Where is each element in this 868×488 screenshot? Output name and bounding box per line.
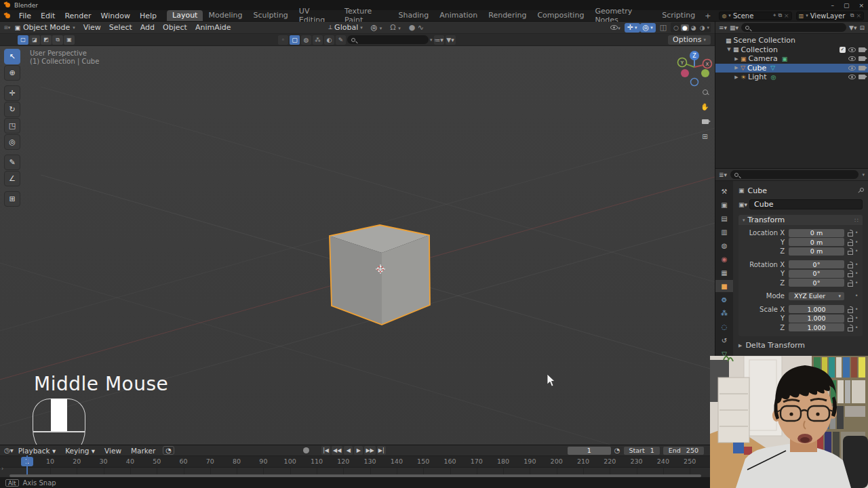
properties-options-icon[interactable]: ▾ [862, 172, 865, 178]
visibility-eye-icon[interactable] [848, 66, 856, 70]
annotate-tool[interactable]: ✎ [4, 155, 20, 170]
render-camera-icon[interactable] [859, 47, 865, 52]
outliner-options-icon[interactable]: ⊟ [859, 24, 865, 31]
workspace-tab-animation[interactable]: Animation [434, 10, 483, 21]
visibility-eye-icon[interactable] [848, 47, 856, 52]
cursor-tool[interactable]: ⊕ [4, 65, 20, 81]
checkbox-icon[interactable]: ✓ [840, 47, 846, 53]
minimize-button[interactable]: – [831, 2, 834, 9]
scale-tool[interactable]: ◳ [4, 118, 20, 134]
sidebar-toggle-icon[interactable]: ‹ [709, 58, 712, 65]
filter-search-input[interactable] [347, 35, 429, 44]
properties-tab-world[interactable]: ◉ [715, 253, 733, 265]
collapse-icon[interactable]: ▾ [430, 37, 433, 43]
ortho-grid-icon[interactable]: ⊞ [700, 131, 710, 142]
expander-icon[interactable]: ▶ [733, 56, 740, 62]
editor-type-icon[interactable]: ≡▾ [719, 24, 727, 31]
properties-tab-modifiers[interactable]: ⚙ [715, 293, 733, 306]
viewport-menu-view[interactable]: View [79, 23, 105, 32]
editor-type-icon[interactable]: ⊞▾ [4, 25, 10, 30]
select-mode-intersect[interactable]: ▣ [64, 35, 75, 45]
navigation-gizmo[interactable]: Z Y X [675, 49, 715, 88]
select-box-tool[interactable]: ↖ [4, 49, 20, 64]
menu-file[interactable]: File [14, 12, 36, 20]
outliner-row-light[interactable]: ▶☀Light◎ [715, 73, 868, 82]
record-button[interactable] [303, 447, 309, 453]
timeline-menu-view[interactable]: View [100, 447, 126, 455]
workspace-tab-layout[interactable]: Layout [167, 10, 203, 21]
lock-icon[interactable] [847, 230, 853, 236]
xray-toggle[interactable]: ◫ [656, 23, 671, 32]
animate-dot-icon[interactable]: • [853, 248, 860, 254]
select-mode-extend[interactable]: ◪ [29, 35, 40, 45]
duplicate-icon[interactable]: ⧉ [850, 12, 854, 19]
transform-tool[interactable]: ◎ [4, 134, 20, 150]
frame-start-field[interactable]: Start1 [624, 447, 660, 455]
display-mode-icon[interactable]: ▦▾ [730, 24, 738, 31]
options-dropdown[interactable]: Options ▾ [668, 35, 711, 45]
menu-render[interactable]: Render [60, 12, 96, 20]
render-camera-icon[interactable] [859, 66, 865, 70]
gizmos-toggle[interactable]: ✛▾ [625, 23, 640, 33]
rotation-x-field[interactable]: 0° [789, 260, 844, 268]
render-camera-icon[interactable] [859, 56, 865, 61]
unlink-icon[interactable]: × [784, 12, 789, 19]
z-field[interactable]: 1.000 [789, 323, 844, 331]
outliner-row-collection[interactable]: ▼▦Collection✓ [715, 45, 868, 55]
view-layer-selector[interactable]: ▥ ▾ ViewLayer ⧉ × [796, 12, 864, 20]
animate-dot-icon[interactable]: • [853, 280, 860, 286]
gizmo-y-neg[interactable] [701, 69, 709, 77]
lock-icon[interactable] [847, 239, 853, 245]
jump-to-end-button[interactable]: ▶| [377, 446, 386, 455]
timeline-menu-playback[interactable]: Playback ▾ [14, 447, 60, 455]
pin-icon[interactable] [857, 188, 863, 193]
lock-icon[interactable] [847, 280, 853, 286]
gizmo-x-neg[interactable] [681, 69, 689, 77]
properties-search-input[interactable] [730, 170, 859, 179]
lock-icon[interactable] [847, 306, 853, 312]
zoom-icon[interactable] [700, 87, 710, 97]
play-reverse-button[interactable]: ◀ [344, 446, 353, 455]
properties-tab-physics[interactable]: ◌ [715, 321, 733, 333]
scene-selector[interactable]: ◍ ▾ Scene ⌖ ⧉ × [719, 12, 791, 20]
frame-end-field[interactable]: End250 [663, 447, 704, 455]
outliner-row-scene-collection[interactable]: ▦Scene Collection [715, 36, 868, 45]
outliner-row-cube[interactable]: ▶▽Cube▽ [715, 64, 868, 73]
properties-tab-scene[interactable]: ◍ [715, 239, 733, 251]
select-mode-subtract[interactable]: ◩ [41, 35, 52, 45]
properties-tab-object[interactable]: ■ [715, 280, 733, 292]
pan-hand-icon[interactable]: ✋ [700, 102, 710, 112]
panel-grip-icon[interactable]: ∷ [854, 217, 859, 224]
y-field[interactable]: 0° [789, 270, 844, 278]
current-frame-field[interactable]: 1 [568, 447, 611, 455]
properties-tab-particles[interactable]: ⁂ [715, 307, 733, 319]
shading-wireframe-button[interactable]: ○ [672, 24, 680, 31]
move-tool[interactable]: ✛ [4, 85, 20, 101]
proportional-editing-icon[interactable]: ● ∿ [405, 23, 428, 32]
animate-dot-icon[interactable]: • [853, 230, 860, 236]
panel-delta-transform[interactable]: ▶Delta Transform [738, 341, 863, 350]
lock-icon[interactable] [847, 262, 853, 268]
snap-magnet-icon[interactable]: Ω ▾ [386, 23, 404, 32]
location-x-field[interactable]: 0 m [789, 229, 844, 237]
workspace-tab-rendering[interactable]: Rendering [483, 10, 532, 21]
filter-brush-icon[interactable]: ✎ [336, 35, 346, 45]
z-field[interactable]: 0° [789, 279, 844, 287]
previous-keyframe-button[interactable]: ◀◀ [332, 446, 342, 455]
workspace-tab-sculpting[interactable]: Sculpting [248, 10, 293, 21]
lock-icon[interactable] [847, 325, 853, 331]
properties-tab-output[interactable]: ▤ [715, 212, 733, 224]
menu-help[interactable]: Help [135, 12, 161, 20]
z-field[interactable]: 0 m [789, 247, 844, 256]
object-type-icon[interactable]: ▣▾ [738, 201, 747, 208]
workspace-tab-shading[interactable]: Shading [393, 10, 434, 21]
workspace-tab-scripting[interactable]: Scripting [656, 10, 701, 21]
pin-icon[interactable]: ⌖ [773, 12, 776, 19]
shading-rendered-button[interactable]: ◑ [698, 24, 707, 31]
timeline-menu-keying[interactable]: Keying ▾ [60, 447, 100, 455]
lock-icon[interactable] [847, 315, 853, 321]
workspace-tab-modeling[interactable]: Modeling [203, 10, 248, 21]
outliner-search-input[interactable] [741, 23, 846, 32]
expander-icon[interactable]: ▼ [726, 47, 732, 52]
transform-orientation-dropdown[interactable]: ⟂ Global ▾ [324, 23, 367, 32]
